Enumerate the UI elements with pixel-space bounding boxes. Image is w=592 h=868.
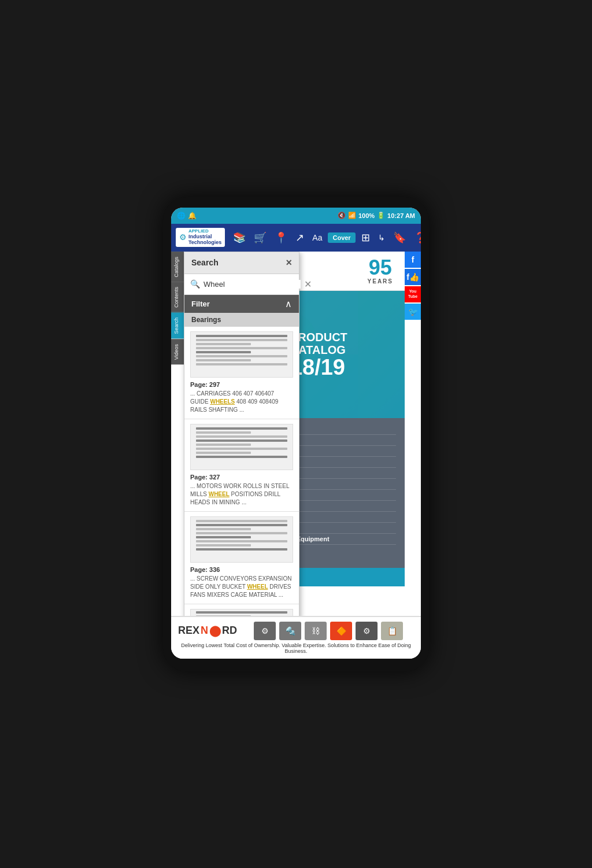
- grid-icon[interactable]: ⊞: [359, 229, 372, 246]
- battery-icon: 🔋: [377, 212, 385, 219]
- ad-icon-1: ⚙: [254, 622, 276, 640]
- result-highlight-2: WHEEL: [209, 491, 230, 497]
- result-thumb-3: [190, 516, 293, 563]
- years-label: YEARS: [368, 278, 393, 285]
- side-tabs: Catalogs Contents Search Videos: [171, 252, 184, 364]
- mute-icon: 🔇: [338, 212, 346, 219]
- youtube-icon[interactable]: YouTube: [405, 286, 421, 302]
- facebook-like-icon[interactable]: f👍: [405, 269, 421, 285]
- result-text-1: ... CARRIAGES 406 407 406407 GUIDE WHEEL…: [190, 390, 293, 414]
- catalog-year: 18/19: [290, 356, 398, 378]
- status-bar: 🌐 🔔 🔇 📶 100% 🔋 10:27 AM: [171, 208, 421, 224]
- notification-icon: 🔔: [188, 212, 197, 220]
- search-input-row: 🔍 ✕: [184, 274, 299, 295]
- top-navigation: ⚙ APPLIED Industrial Technologies 📚 🛒 📍 …: [171, 224, 421, 252]
- wifi-icon: 📶: [348, 212, 356, 219]
- logo-subtext: Industrial Technologies: [188, 234, 221, 246]
- category-label: Bearings: [184, 313, 299, 327]
- screen: 🌐 🔔 🔇 📶 100% 🔋 10:27 AM ⚙ APPLIED Indust…: [171, 208, 421, 659]
- years-number: 95: [369, 257, 392, 278]
- ad-banner: REXN⬤RD ⚙ 🔩 ⛓ 🔶 ⚙ 📋 Delivering Lowest To…: [171, 616, 421, 659]
- share-icon[interactable]: ↗: [293, 229, 306, 246]
- library-icon[interactable]: 📚: [231, 229, 248, 246]
- rexnord-o: N: [201, 625, 208, 637]
- result-highlight-1: WHEELS: [210, 398, 235, 405]
- search-result-4[interactable]: [184, 604, 299, 616]
- search-tab[interactable]: Search: [171, 312, 184, 339]
- ad-logo-row: REXN⬤RD ⚙ 🔩 ⛓ 🔶 ⚙ 📋: [178, 622, 414, 640]
- translate-icon[interactable]: Aa: [310, 231, 324, 245]
- ad-icon-3: ⛓: [305, 622, 327, 640]
- filter-arrow-icon: ∧: [285, 298, 292, 309]
- rexnord-logo: REXN⬤RD: [178, 625, 237, 637]
- filter-bar[interactable]: Filter ∧: [184, 295, 299, 313]
- social-bar: f f👍 YouTube 🐦: [405, 252, 421, 320]
- battery-text: 100%: [358, 212, 375, 219]
- main-area: Catalogs Contents Search Videos APPLIED …: [171, 252, 421, 616]
- device-frame: 🌐 🔔 🔇 📶 100% 🔋 10:27 AM ⚙ APPLIED Indust…: [163, 197, 429, 671]
- search-panel: Search × 🔍 ✕ Filter ∧ Bearings: [184, 252, 299, 616]
- ad-icon-6: 📋: [381, 622, 403, 640]
- search-panel-header: Search ×: [184, 252, 299, 274]
- ad-icon-5: ⚙: [356, 622, 378, 640]
- product-catalog-label: PRODUCT CATALOG: [290, 331, 398, 356]
- cart-icon[interactable]: 🛒: [251, 229, 269, 246]
- ad-icons: ⚙ 🔩 ⛓ 🔶 ⚙ 📋: [243, 622, 414, 640]
- applied-logo-icon: ⚙: [179, 232, 187, 242]
- search-close-button[interactable]: ×: [286, 257, 292, 269]
- ad-icon-2: 🔩: [279, 622, 301, 640]
- result-page-1: Page: 297: [190, 381, 293, 388]
- result-thumb-2: [190, 424, 293, 470]
- result-thumb-1: [190, 331, 293, 378]
- catalogs-tab[interactable]: Catalogs: [171, 252, 184, 282]
- videos-tab[interactable]: Videos: [171, 339, 184, 364]
- twitter-icon[interactable]: 🐦: [405, 304, 421, 320]
- bookmark-icon[interactable]: 🔖: [391, 229, 408, 246]
- clear-search-button[interactable]: ✕: [304, 279, 312, 290]
- result-text-3: ... SCREW CONVEYORS EXPANSION SIDE ONLY …: [190, 575, 293, 599]
- logo-area[interactable]: ⚙ APPLIED Industrial Technologies: [176, 228, 225, 247]
- search-result-1[interactable]: Page: 297 ... CARRIAGES 406 407 406407 G…: [184, 327, 299, 419]
- result-page-2: Page: 327: [190, 474, 293, 481]
- search-icon: 🔍: [190, 279, 200, 289]
- location-icon: 🌐: [177, 212, 186, 220]
- result-page-3: Page: 336: [190, 566, 293, 573]
- search-results: Page: 297 ... CARRIAGES 406 407 406407 G…: [184, 327, 299, 616]
- ad-icon-4: 🔶: [330, 622, 352, 640]
- facebook-icon[interactable]: f: [405, 252, 421, 268]
- search-panel-title: Search: [191, 258, 219, 267]
- search-input[interactable]: [204, 280, 301, 289]
- help-icon[interactable]: ❓: [412, 229, 421, 246]
- result-text-2: ... MOTORS WORK ROLLS IN STEEL MILLS WHE…: [190, 482, 293, 507]
- search-result-3[interactable]: Page: 336 ... SCREW CONVEYORS EXPANSION …: [184, 512, 299, 604]
- search-result-2[interactable]: Page: 327 ... MOTORS WORK ROLLS IN STEEL…: [184, 419, 299, 512]
- result-highlight-3: WHEEL: [247, 583, 268, 590]
- ad-tagline: Delivering Lowest Total Cost of Ownershi…: [178, 642, 414, 654]
- rexnord-circle: ⬤: [209, 625, 221, 637]
- product-catalog-overlay: PRODUCT CATALOG 18/19: [283, 291, 405, 418]
- contents-tab[interactable]: Contents: [171, 282, 184, 312]
- result-thumb-4: [190, 609, 293, 616]
- filter-label: Filter: [191, 300, 210, 308]
- export-icon[interactable]: ↳: [376, 231, 387, 245]
- map-icon[interactable]: 📍: [272, 229, 290, 246]
- time-display: 10:27 AM: [387, 212, 415, 219]
- cover-button[interactable]: Cover: [328, 232, 355, 243]
